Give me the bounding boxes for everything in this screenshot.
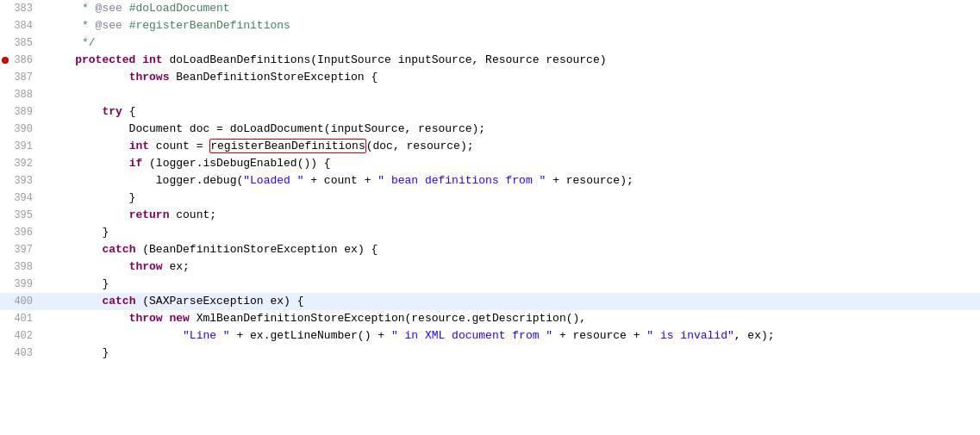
line-number-387: 387 xyxy=(0,69,41,86)
code-line-388: 388 xyxy=(0,86,980,103)
line-content-393: logger.debug("Loaded " + count + " bean … xyxy=(41,172,963,190)
line-number-394: 394 xyxy=(0,190,41,207)
line-number-395: 395 xyxy=(0,207,41,224)
line-content-385: */ xyxy=(41,34,963,52)
line-number-383: 383 xyxy=(0,0,41,17)
code-line-389: 389 try { xyxy=(0,103,980,121)
code-line-397: 397 catch (BeanDefinitionStoreException … xyxy=(0,241,980,258)
code-line-399: 399 } xyxy=(0,276,980,293)
code-line-395: 395 return count; xyxy=(0,207,980,224)
line-number-392: 392 xyxy=(0,155,41,172)
code-line-400: 400 catch (SAXParseException ex) { xyxy=(0,293,980,310)
line-number-398: 398 xyxy=(0,258,41,276)
line-content-403: } xyxy=(41,345,963,362)
line-content-394: } xyxy=(41,190,963,207)
code-line-396: 396 } xyxy=(0,224,980,241)
code-line-392: 392 if (logger.isDebugEnabled()) { xyxy=(0,155,980,172)
line-content-397: catch (BeanDefinitionStoreException ex) … xyxy=(41,241,963,258)
line-content-390: Document doc = doLoadDocument(inputSourc… xyxy=(41,121,963,138)
line-content-402: "Line " + ex.getLineNumber() + " in XML … xyxy=(41,327,963,345)
line-number-402: 402 xyxy=(0,327,41,345)
line-number-396: 396 xyxy=(0,224,41,241)
line-number-400: 400 xyxy=(0,293,41,310)
line-number-384: 384 xyxy=(0,17,41,34)
line-number-385: 385 xyxy=(0,34,41,52)
line-number-403: 403 xyxy=(0,345,41,362)
line-content-396: } xyxy=(41,224,963,241)
line-number-399: 399 xyxy=(0,276,41,293)
line-content-395: return count; xyxy=(41,207,963,224)
code-line-385: 385 */ xyxy=(0,34,980,52)
line-number-390: 390 xyxy=(0,121,41,138)
code-line-394: 394 } xyxy=(0,190,980,207)
line-content-387: throws BeanDefinitionStoreException { xyxy=(41,69,963,86)
code-line-393: 393 logger.debug("Loaded " + count + " b… xyxy=(0,172,980,190)
code-line-401: 401 throw new XmlBeanDefinitionStoreExce… xyxy=(0,310,980,327)
line-number-389: 389 xyxy=(0,103,41,121)
line-content-391: int count = registerBeanDefinitions(doc,… xyxy=(41,138,963,155)
line-content-386: protected int doLoadBeanDefinitions(Inpu… xyxy=(41,52,963,69)
line-content-399: } xyxy=(41,276,963,293)
code-line-391: 391 int count = registerBeanDefinitions(… xyxy=(0,138,980,155)
line-number-401: 401 xyxy=(0,310,41,327)
line-content-384: * @see #registerBeanDefinitions xyxy=(41,17,963,34)
line-number-388: 388 xyxy=(0,86,41,103)
line-number-393: 393 xyxy=(0,172,41,190)
code-editor: 383 * @see #doLoadDocument 384 * @see #r… xyxy=(0,0,980,435)
code-line-384: 384 * @see #registerBeanDefinitions xyxy=(0,17,980,34)
line-content-401: throw new XmlBeanDefinitionStoreExceptio… xyxy=(41,310,963,327)
code-line-398: 398 throw ex; xyxy=(0,258,980,276)
code-line-387: 387 throws BeanDefinitionStoreException … xyxy=(0,69,980,86)
line-number-386: 386 xyxy=(0,52,41,69)
code-line-390: 390 Document doc = doLoadDocument(inputS… xyxy=(0,121,980,138)
line-number-397: 397 xyxy=(0,241,41,258)
line-content-383: * @see #doLoadDocument xyxy=(41,0,963,17)
line-content-392: if (logger.isDebugEnabled()) { xyxy=(41,155,963,172)
line-content-389: try { xyxy=(41,103,963,121)
code-line-383: 383 * @see #doLoadDocument xyxy=(0,0,980,17)
code-line-403: 403 } xyxy=(0,345,980,362)
line-content-400: catch (SAXParseException ex) { xyxy=(41,293,963,310)
code-line-386: 386 protected int doLoadBeanDefinitions(… xyxy=(0,52,980,69)
line-content-398: throw ex; xyxy=(41,258,963,276)
line-number-391: 391 xyxy=(0,138,41,155)
code-line-402: 402 "Line " + ex.getLineNumber() + " in … xyxy=(0,327,980,345)
